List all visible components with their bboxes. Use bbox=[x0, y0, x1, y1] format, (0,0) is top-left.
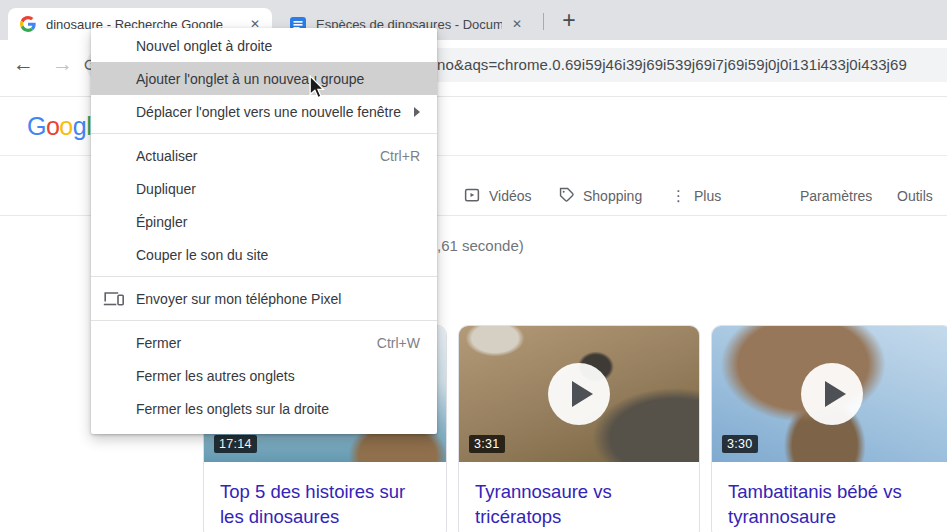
menu-item-move-to-new-window[interactable]: Déplacer l'onglet vers une nouvelle fenê… bbox=[91, 95, 437, 128]
video-duration: 3:31 bbox=[469, 435, 505, 453]
video-card[interactable]: 3:30 Tambatitanis bébé vs tyrannosaure bbox=[711, 325, 947, 532]
menu-item-label: Épingler bbox=[136, 214, 420, 230]
menu-item-close-others[interactable]: Fermer les autres onglets bbox=[91, 359, 437, 392]
logo-letter: G bbox=[27, 112, 46, 140]
menu-item-label: Actualiser bbox=[136, 148, 368, 164]
menu-separator bbox=[91, 276, 437, 277]
result-stats: ,61 seconde) bbox=[437, 237, 524, 254]
video-thumbnail[interactable]: 3:30 bbox=[712, 326, 947, 462]
menu-shortcut: Ctrl+W bbox=[377, 335, 420, 351]
menu-item-close[interactable]: Fermer Ctrl+W bbox=[91, 326, 437, 359]
menu-item-label: Fermer les autres onglets bbox=[136, 368, 420, 384]
url-text[interactable]: no&aqs=chrome.0.69i59j46i39j69i539j69i7j… bbox=[437, 48, 947, 82]
google-favicon-icon bbox=[20, 16, 36, 32]
shopping-tag-icon bbox=[558, 186, 575, 206]
tab-shopping[interactable]: Shopping bbox=[558, 186, 642, 206]
tab-context-menu: Nouvel onglet à droite Ajouter l'onglet … bbox=[91, 28, 437, 434]
tab-more-label: Plus bbox=[694, 188, 721, 204]
video-thumbnail[interactable]: 3:31 bbox=[459, 326, 699, 462]
menu-item-label: Envoyer sur mon téléphone Pixel bbox=[136, 291, 420, 307]
logo-letter: o bbox=[59, 112, 72, 140]
menu-item-label: Fermer les onglets sur la droite bbox=[136, 401, 420, 417]
settings-link[interactable]: Paramètres bbox=[800, 186, 872, 206]
tab-videos[interactable]: Vidéos bbox=[463, 186, 532, 206]
submenu-arrow-icon bbox=[414, 107, 420, 117]
tab-shopping-label: Shopping bbox=[583, 188, 642, 204]
more-icon: ⋮ bbox=[671, 187, 686, 205]
close-tab-icon[interactable]: ✕ bbox=[508, 15, 526, 33]
menu-item-new-tab-right[interactable]: Nouvel onglet à droite bbox=[91, 29, 437, 62]
menu-item-send-to-phone[interactable]: Envoyer sur mon téléphone Pixel bbox=[91, 282, 437, 315]
video-card[interactable]: 3:31 Tyrannosaure vs tricératops bbox=[458, 325, 700, 532]
devices-icon bbox=[103, 291, 124, 310]
logo-letter: o bbox=[46, 112, 59, 140]
browser-window: dinosaure - Recherche Google ✕ Espèces d… bbox=[0, 0, 947, 532]
menu-separator bbox=[91, 320, 437, 321]
menu-item-add-to-new-group[interactable]: Ajouter l'onglet à un nouveau groupe bbox=[91, 62, 437, 95]
menu-item-label: Couper le son du site bbox=[136, 247, 420, 263]
tab-more[interactable]: ⋮ Plus bbox=[671, 186, 721, 206]
menu-item-label: Ajouter l'onglet à un nouveau groupe bbox=[136, 71, 420, 87]
menu-item-label: Déplacer l'onglet vers une nouvelle fenê… bbox=[136, 104, 414, 120]
video-title-link[interactable]: Top 5 des histoires sur les dinosaures bbox=[204, 462, 446, 529]
video-duration: 17:14 bbox=[214, 435, 257, 453]
menu-item-label: Fermer bbox=[136, 335, 365, 351]
tab-videos-label: Vidéos bbox=[489, 188, 532, 204]
menu-separator bbox=[91, 133, 437, 134]
tools-link[interactable]: Outils bbox=[897, 186, 933, 206]
tools-label: Outils bbox=[897, 188, 933, 204]
menu-item-pin[interactable]: Épingler bbox=[91, 205, 437, 238]
videos-icon bbox=[463, 186, 481, 207]
menu-shortcut: Ctrl+R bbox=[380, 148, 420, 164]
menu-item-label: Nouvel onglet à droite bbox=[136, 38, 420, 54]
video-duration: 3:30 bbox=[722, 435, 758, 453]
video-title-link[interactable]: Tambatitanis bébé vs tyrannosaure bbox=[712, 462, 947, 529]
forward-icon: → bbox=[52, 53, 73, 74]
new-tab-button[interactable]: + bbox=[555, 6, 583, 34]
settings-label: Paramètres bbox=[800, 188, 872, 204]
menu-item-close-right[interactable]: Fermer les onglets sur la droite bbox=[91, 392, 437, 425]
tab-separator bbox=[543, 13, 544, 30]
menu-item-reload[interactable]: Actualiser Ctrl+R bbox=[91, 139, 437, 172]
video-title-link[interactable]: Tyrannosaure vs tricératops bbox=[459, 462, 699, 529]
play-icon[interactable] bbox=[801, 363, 863, 425]
logo-letter: g bbox=[73, 112, 86, 140]
menu-item-mute-site[interactable]: Couper le son du site bbox=[91, 238, 437, 271]
menu-item-label: Dupliquer bbox=[136, 181, 420, 197]
play-icon[interactable] bbox=[548, 363, 610, 425]
mouse-cursor bbox=[308, 75, 325, 103]
back-icon[interactable]: ← bbox=[13, 53, 34, 74]
menu-item-duplicate[interactable]: Dupliquer bbox=[91, 172, 437, 205]
